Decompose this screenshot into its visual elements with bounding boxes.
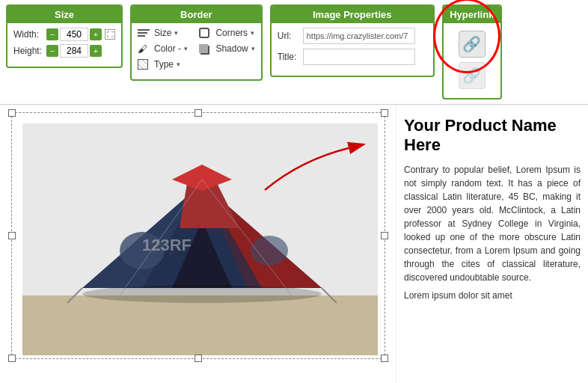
url-row: Url:: [278, 28, 427, 44]
height-row: Height: − +: [13, 44, 115, 58]
hyperlink-unlink-button[interactable]: 🔗: [459, 62, 486, 89]
title-label: Title:: [278, 52, 298, 62]
corners-icon: [199, 28, 212, 37]
tent-svg: 123RF: [22, 123, 378, 355]
width-decrease-button[interactable]: −: [46, 28, 58, 40]
border-size-label: Size: [154, 28, 171, 38]
border-color-item[interactable]: 🖌 Color - ▾: [138, 43, 193, 54]
border-type-item[interactable]: Type ▾: [138, 59, 193, 70]
text-section: Your Product Name Here Contrary to popul…: [396, 105, 588, 383]
height-label: Height:: [13, 46, 43, 56]
border-corners-item[interactable]: Corners ▾: [199, 28, 254, 38]
handle-top-right[interactable]: [381, 109, 388, 117]
border-type-arrow: ▾: [177, 61, 180, 68]
handle-top-middle[interactable]: [195, 109, 202, 117]
border-corners-label: Corners: [215, 28, 248, 38]
height-stepper: − +: [46, 44, 102, 58]
handle-top-left[interactable]: [8, 109, 16, 117]
image-properties-panel: Image Properties Url: Title:: [270, 4, 435, 77]
image-properties-header: Image Properties: [272, 6, 433, 23]
border-shadow-label: Shadow: [215, 43, 248, 54]
resize-lock-icon[interactable]: ⛶: [105, 29, 115, 40]
paint-brush-icon: 🖌: [138, 44, 151, 53]
type-grid-icon: [138, 60, 151, 69]
product-body: Contrary to popular belief, Lorem Ipsum …: [404, 163, 581, 302]
svg-rect-1: [22, 295, 378, 355]
width-stepper: − +: [46, 28, 102, 41]
width-increase-button[interactable]: +: [90, 28, 102, 40]
border-size-arrow: ▾: [174, 29, 178, 37]
border-color-arrow: ▾: [184, 45, 188, 52]
url-input[interactable]: [303, 28, 415, 44]
hyperlink-panel-outer: Hyperlink 🔗 🔗: [442, 4, 502, 99]
handle-bottom-middle[interactable]: [195, 355, 202, 362]
width-input[interactable]: [60, 28, 88, 41]
hyperlink-panel-header: Hyperlink: [444, 6, 500, 23]
height-input[interactable]: [60, 44, 88, 58]
hyperlink-panel: Hyperlink 🔗 🔗: [442, 4, 502, 99]
product-body-text2: Lorem ipsum dolor sit amet: [404, 289, 581, 302]
svg-point-15: [82, 285, 322, 303]
handle-middle-right[interactable]: [381, 232, 388, 239]
hyperlink-link-button[interactable]: 🔗: [459, 31, 486, 58]
border-corners-arrow: ▾: [251, 29, 254, 37]
handle-bottom-left[interactable]: [8, 355, 16, 362]
size-panel: Size Width: − + ⛶ Height: − +: [6, 4, 123, 68]
svg-text:123RF: 123RF: [142, 236, 192, 254]
handle-bottom-right[interactable]: [381, 355, 388, 362]
border-panel: Border Size ▾ Corners ▾ 🖌 Color - ▾: [130, 4, 263, 81]
border-shadow-item[interactable]: Shadow ▾: [199, 43, 254, 54]
border-type-label: Type: [154, 59, 174, 70]
hyperlink-icons: 🔗 🔗: [450, 28, 494, 92]
shadow-icon: [199, 44, 212, 53]
handle-middle-left[interactable]: [8, 232, 16, 239]
lines-icon: [138, 28, 151, 37]
height-increase-button[interactable]: +: [90, 45, 102, 57]
url-label: Url:: [278, 31, 298, 41]
svg-point-11: [251, 236, 288, 266]
border-shadow-arrow: ▾: [251, 45, 255, 52]
height-decrease-button[interactable]: −: [46, 45, 58, 57]
product-body-text: Contrary to popular belief, Lorem Ipsum …: [404, 163, 581, 284]
width-label: Width:: [13, 29, 43, 40]
canvas-area: 123RF Your Product: [0, 105, 588, 383]
size-panel-header: Size: [7, 6, 121, 23]
width-row: Width: − + ⛶: [13, 28, 115, 41]
image-section[interactable]: 123RF: [0, 105, 396, 383]
tent-image: 123RF: [22, 123, 378, 355]
title-input[interactable]: [303, 49, 415, 65]
border-size-item[interactable]: Size ▾: [138, 28, 193, 38]
border-color-label: Color -: [154, 43, 181, 54]
product-title[interactable]: Your Product Name Here: [404, 116, 581, 156]
border-panel-header: Border: [132, 6, 261, 23]
title-row: Title:: [278, 49, 427, 65]
toolbar: Size Width: − + ⛶ Height: − + Border: [0, 0, 588, 105]
